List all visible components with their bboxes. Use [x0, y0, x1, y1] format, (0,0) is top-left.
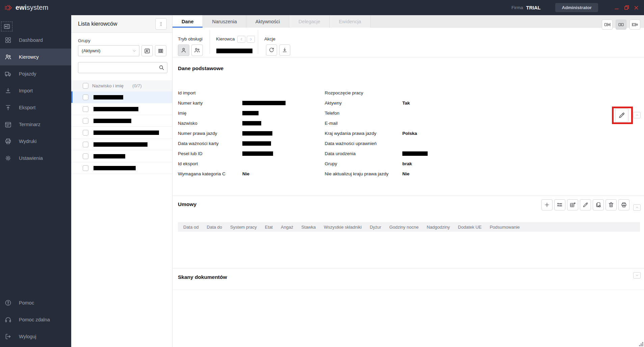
trash-icon — [608, 202, 614, 208]
next-driver-button[interactable] — [247, 36, 255, 43]
sidebar-item-kierowcy[interactable]: Kierowcy — [0, 49, 71, 65]
edit-contract-button[interactable] — [580, 199, 591, 210]
driver-search-input[interactable] — [78, 62, 167, 73]
column-header[interactable]: Data do — [207, 225, 222, 230]
add-contract-button[interactable] — [541, 199, 553, 210]
calendar-icon — [4, 121, 12, 128]
sidebar-nav: Dashboard Kierowcy Pojazdy Import Ekspor… — [0, 32, 71, 167]
redacted-field-value — [242, 101, 286, 105]
sidebar-item-pojazdy[interactable]: Pojazdy — [0, 65, 71, 82]
collapse-section-button[interactable] — [633, 112, 641, 118]
field-value: Nie — [242, 171, 249, 176]
collapse-section-button[interactable] — [633, 204, 641, 211]
field-label: Telefon — [325, 111, 402, 116]
column-header[interactable]: Dyżur — [370, 225, 381, 230]
maximize-button[interactable] — [623, 5, 629, 11]
field-label: Kraj wydania prawa jazdy — [325, 131, 402, 136]
single-driver-mode-button[interactable] — [178, 45, 189, 56]
layout-detail-right-button[interactable] — [602, 20, 613, 30]
field-value: brak — [402, 161, 412, 166]
driver-checkbox[interactable] — [83, 94, 88, 100]
field-label: Id import — [178, 90, 242, 95]
section-dane-podstawowe: Dane podstawowe Id import Numer karty Im… — [172, 57, 644, 196]
field-label: Grupy — [325, 161, 402, 166]
sidebar-item-label: Terminarz — [19, 122, 41, 127]
sidebar-item-pomoc[interactable]: Pomoc — [0, 294, 71, 311]
panel-menu-button[interactable] — [155, 18, 167, 30]
redacted-driver-name — [93, 142, 147, 147]
contract-details-button[interactable] — [554, 199, 565, 210]
driver-nav-label: Kierowca — [216, 36, 235, 41]
sidebar-item-wyloguj[interactable]: Wyloguj — [0, 328, 71, 345]
sidebar-item-pomoc-zdalna[interactable]: Pomoc zdalna — [0, 311, 71, 328]
layout-two-pane-button[interactable] — [616, 20, 626, 30]
groups-select-value: (Aktywni) — [82, 48, 101, 53]
driver-list-item[interactable] — [71, 127, 172, 139]
add-annex-button[interactable] — [567, 199, 578, 210]
field-label: Nie aktualizuj kraju prawa jazdy — [325, 171, 402, 176]
selected-count: (0/7) — [132, 83, 142, 88]
column-header[interactable]: Nadgodziny — [427, 225, 450, 230]
sidebar-item-import[interactable]: Import — [0, 82, 71, 99]
driver-card-view-button[interactable] — [141, 45, 153, 56]
sidebar-item-wydruki[interactable]: Wydruki — [0, 133, 71, 150]
record-toolbar: Tryb obsługi Kierowca Akcje — [172, 28, 644, 57]
download-button[interactable] — [279, 45, 290, 56]
app-window: ewisystem Firma TRIAL Administrator — [0, 0, 644, 347]
driver-list-item[interactable] — [71, 91, 172, 103]
driver-list-item[interactable] — [71, 139, 172, 150]
driver-checkbox[interactable] — [83, 153, 88, 159]
headset-icon — [4, 316, 12, 323]
driver-list-item[interactable] — [71, 103, 172, 115]
column-header[interactable]: Angaż — [281, 225, 293, 230]
minimize-button[interactable] — [614, 5, 620, 11]
chevron-up-icon — [635, 206, 639, 209]
user-menu-button[interactable]: Administrator — [555, 3, 598, 12]
delete-contract-button[interactable] — [606, 199, 617, 210]
layout-toggle-group — [602, 20, 640, 30]
column-header[interactable]: Dodatek UE — [458, 225, 482, 230]
driver-list-item[interactable] — [71, 150, 172, 162]
column-header[interactable]: System pracy — [230, 225, 257, 230]
groups-select[interactable]: (Aktywni) — [78, 45, 139, 56]
group-mode-button[interactable] — [191, 45, 203, 56]
column-header[interactable]: Wszystkie składniki — [324, 225, 361, 230]
export-icon — [4, 104, 12, 111]
people-icon — [194, 47, 200, 54]
help-icon — [4, 299, 12, 307]
tab-naruszenia[interactable]: Naruszenia — [203, 15, 246, 28]
column-header[interactable]: Podsumowanie — [490, 225, 520, 230]
previous-driver-button[interactable] — [237, 36, 245, 43]
column-header[interactable]: Etat — [265, 225, 273, 230]
driver-list-item[interactable] — [71, 162, 172, 174]
sidebar-item-ustawienia[interactable]: Ustawienia — [0, 150, 71, 167]
driver-checkbox[interactable] — [83, 165, 88, 171]
expand-section-button[interactable] — [633, 272, 641, 279]
columns-view-button[interactable] — [155, 45, 166, 56]
redacted-driver-name — [93, 166, 136, 170]
driver-checkbox[interactable] — [83, 142, 88, 147]
close-button[interactable] — [633, 5, 639, 11]
field-value: Nie — [402, 171, 409, 176]
refresh-button[interactable] — [266, 45, 277, 56]
driver-checkbox[interactable] — [83, 118, 88, 124]
resize-grip[interactable] — [639, 342, 643, 346]
tab-dane[interactable]: Dane — [172, 15, 203, 28]
driver-checkbox[interactable] — [83, 106, 88, 112]
driver-checkbox[interactable] — [83, 130, 88, 136]
print-contracts-button[interactable] — [618, 199, 629, 210]
sidebar: Dashboard Kierowcy Pojazdy Import Ekspor… — [0, 15, 71, 347]
sidebar-item-terminarz[interactable]: Terminarz — [0, 116, 71, 133]
column-header[interactable]: Data od — [183, 225, 199, 230]
sidebar-collapse-button[interactable] — [1, 22, 12, 31]
sidebar-item-dashboard[interactable]: Dashboard — [0, 32, 71, 49]
layout-detail-left-button[interactable] — [629, 20, 640, 30]
duplicate-contract-button[interactable] — [593, 199, 604, 210]
select-all-checkbox[interactable] — [83, 83, 88, 89]
sidebar-item-eksport[interactable]: Eksport — [0, 99, 71, 116]
column-header[interactable]: Godziny nocne — [389, 225, 419, 230]
edit-basic-data-button[interactable] — [615, 109, 628, 122]
driver-list-item[interactable] — [71, 115, 172, 127]
column-header[interactable]: Stawka — [301, 225, 316, 230]
tab-aktywnosci[interactable]: Aktywności — [246, 15, 290, 28]
